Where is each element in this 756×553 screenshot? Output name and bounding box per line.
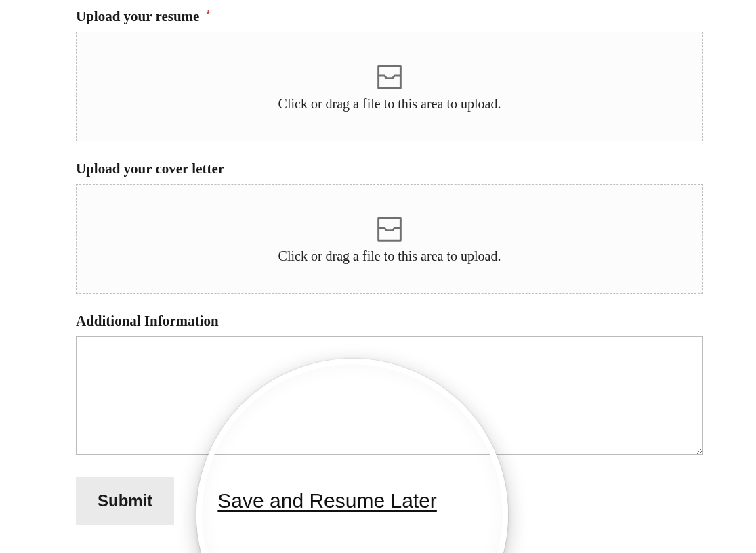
inbox-icon [374, 62, 405, 89]
additional-info-field: Additional Information [76, 313, 703, 458]
form-actions: Submit Save and Resume Later [76, 477, 703, 525]
cover-letter-label: Upload your cover letter [76, 160, 224, 177]
resume-dropzone[interactable]: Click or drag a file to this area to upl… [76, 32, 703, 141]
additional-info-textarea[interactable] [76, 336, 703, 455]
submit-button[interactable]: Submit [76, 477, 174, 525]
resume-label-text: Upload your resume [76, 8, 199, 24]
resume-label: Upload your resume * [76, 8, 703, 25]
cover-letter-field: Upload your cover letter Click or drag a… [76, 160, 703, 294]
resume-dropzone-text: Click or drag a file to this area to upl… [278, 96, 501, 112]
inbox-icon [374, 215, 405, 242]
job-application-upload-section: Upload your resume * Click or drag a fil… [0, 0, 756, 525]
cover-letter-dropzone-text: Click or drag a file to this area to upl… [278, 248, 501, 264]
resume-field: Upload your resume * Click or drag a fil… [76, 8, 703, 141]
required-asterisk: * [206, 8, 211, 22]
additional-info-label: Additional Information [76, 313, 219, 329]
save-and-resume-later-link[interactable]: Save and Resume Later [217, 489, 437, 512]
cover-letter-dropzone[interactable]: Click or drag a file to this area to upl… [76, 184, 703, 294]
